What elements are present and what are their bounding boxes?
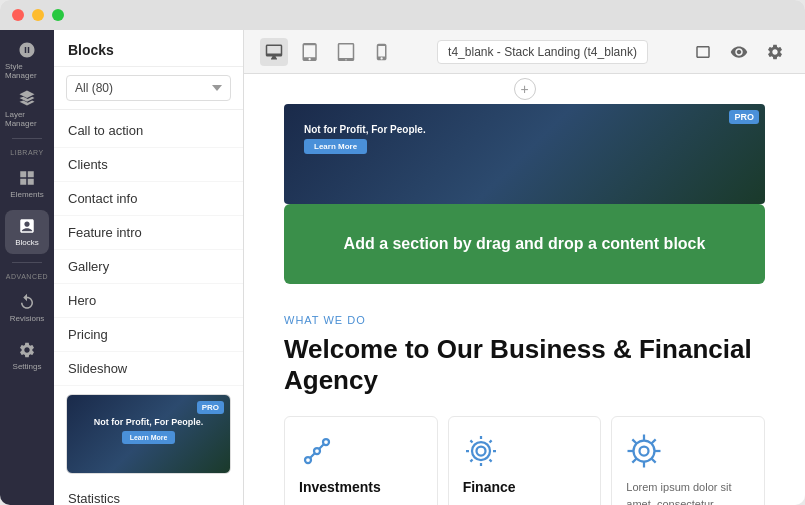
traffic-light-yellow[interactable] [32,9,44,21]
divider-library [12,138,42,139]
toolbar-gear-btn[interactable] [761,38,789,66]
investments-text: Lorem ipsum dolor sit amet, consectetur … [299,501,423,505]
third-text: Lorem ipsum dolor sit amet, consectetur … [626,479,750,505]
blocks-panel: Blocks All (80) Call to action Clients C… [54,30,244,505]
block-item-pricing[interactable]: Pricing [54,318,243,352]
sidebar-item-settings-label: Settings [13,362,42,371]
blocks-filter[interactable]: All (80) [54,67,243,110]
drag-drop-text: Add a section by drag and drop a content… [344,234,706,255]
device-tablet-btn[interactable] [332,38,360,66]
canvas-hero-pro-badge: PRO [729,110,759,124]
sidebar-item-elements[interactable]: Elements [5,162,49,206]
svg-point-4 [472,442,490,460]
drag-drop-overlay: Add a section by drag and drop a content… [284,204,765,284]
svg-point-6 [634,441,655,462]
block-item-feature[interactable]: Feature intro [54,216,243,250]
sidebar-item-revisions[interactable]: Revisions [5,286,49,330]
device-desktop-btn[interactable] [260,38,288,66]
block-item-cta[interactable]: Call to action [54,114,243,148]
block-item-contact[interactable]: Contact info [54,182,243,216]
what-we-do-label: WHAT WE DO [284,314,765,326]
block-item-clients[interactable]: Clients [54,148,243,182]
block-item-slideshow[interactable]: Slideshow [54,352,243,386]
sidebar-item-layer-label: Layer Manager [5,110,49,128]
canvas-hero-block: PRO Not for Profit, For People. Learn Mo… [284,104,765,204]
app-title[interactable]: t4_blank - Stack Landing (t4_blank) [437,40,648,64]
sidebar-item-revisions-label: Revisions [10,314,45,323]
finance-title: Finance [463,479,587,495]
block-item-hero[interactable]: Hero [54,284,243,318]
app-container: Style Manager Layer Manager LIBRARY Elem… [0,30,805,505]
svg-point-2 [314,448,320,454]
svg-line-13 [652,440,656,444]
canvas-hero-cta: Learn More [304,139,367,154]
toolbar: t4_blank - Stack Landing (t4_blank) [244,30,805,74]
service-card-third: Lorem ipsum dolor sit amet, consectetur … [611,416,765,505]
blocks-list: Call to action Clients Contact info Feat… [54,110,243,505]
sidebar-item-style-label: Style Manager [5,62,49,80]
sidebar-item-layer-manager[interactable]: Layer Manager [5,86,49,130]
canvas: + PRO Not for Profit, For People. Learn … [244,74,805,505]
blocks-panel-header: Blocks [54,30,243,67]
toolbar-window-btn[interactable] [689,38,717,66]
finance-icon [463,433,499,469]
third-icon [626,433,662,469]
svg-point-1 [323,439,329,445]
blocks-filter-select[interactable]: All (80) [66,75,231,101]
svg-point-3 [476,447,485,456]
traffic-light-green[interactable] [52,9,64,21]
svg-line-11 [633,440,637,444]
traffic-light-red[interactable] [12,9,24,21]
service-card-investments: Investments Lorem ipsum dolor sit amet, … [284,416,438,505]
svg-point-0 [305,457,311,463]
advanced-label: ADVANCED [6,273,48,280]
svg-point-5 [640,447,649,456]
sidebar-item-blocks-label: Blocks [15,238,39,247]
icon-sidebar: Style Manager Layer Manager LIBRARY Elem… [0,30,54,505]
investments-icon [299,433,335,469]
block-preview-pro-badge: PRO [197,401,224,414]
what-we-do-section: WHAT WE DO Welcome to Our Business & Fin… [244,294,805,396]
device-tablet-landscape-btn[interactable] [296,38,324,66]
device-mobile-btn[interactable] [368,38,396,66]
block-item-statistics[interactable]: Statistics [54,482,243,505]
sidebar-item-settings[interactable]: Settings [5,334,49,378]
block-item-gallery[interactable]: Gallery [54,250,243,284]
sidebar-item-blocks[interactable]: Blocks [5,210,49,254]
sidebar-item-elements-label: Elements [10,190,43,199]
divider-advanced [12,262,42,263]
svg-line-12 [652,459,656,463]
svg-line-14 [633,459,637,463]
titlebar [0,0,805,30]
block-preview-cta: Learn More [122,431,176,444]
main-area: t4_blank - Stack Landing (t4_blank) + [244,30,805,505]
service-card-finance: Finance Lorem ipsum dolor sit amet, cons… [448,416,602,505]
sidebar-item-style-manager[interactable]: Style Manager [5,38,49,82]
library-label: LIBRARY [10,149,43,156]
service-cards: Investments Lorem ipsum dolor sit amet, … [244,416,805,505]
canvas-inner: + PRO Not for Profit, For People. Learn … [244,74,805,505]
what-we-do-title: Welcome to Our Business & Financial Agen… [284,334,765,396]
section-add-circle[interactable]: + [514,78,536,100]
finance-text: Lorem ipsum dolor sit amet, consectetur … [463,501,587,505]
toolbar-preview-btn[interactable] [725,38,753,66]
section-add-top[interactable]: + [244,74,805,104]
investments-title: Investments [299,479,423,495]
block-preview-card[interactable]: PRO Not for Profit, For People. Learn Mo… [66,394,231,474]
canvas-hero-text: Not for Profit, For People. Learn More [284,104,765,174]
